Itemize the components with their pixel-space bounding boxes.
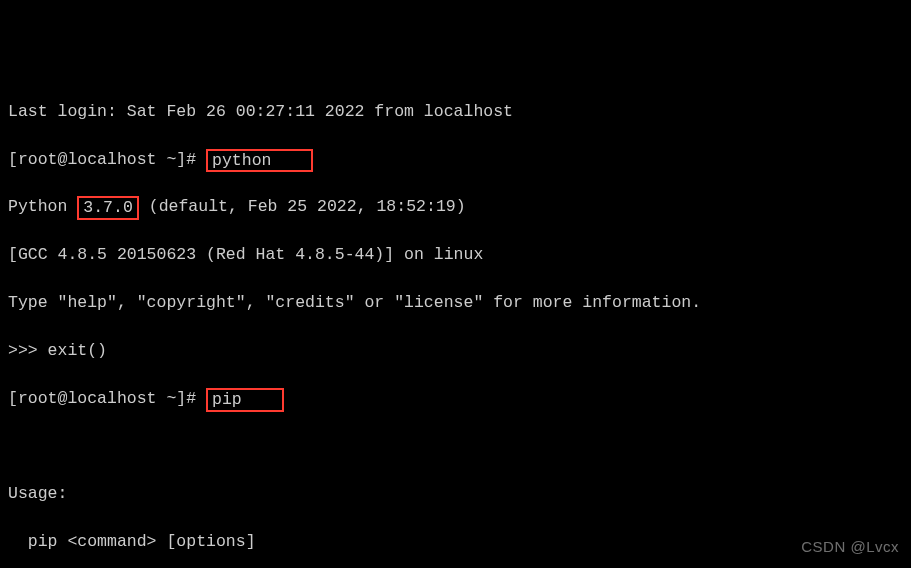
python-help-line: Type "help", "copyright", "credits" or "… [8, 291, 903, 315]
shell-prompt: [root@localhost ~]# [8, 150, 206, 169]
usage-text: pip <command> [options] [8, 530, 903, 554]
python-prompt: >>> [8, 341, 48, 360]
last-login-line: Last login: Sat Feb 26 00:27:11 2022 fro… [8, 100, 903, 124]
usage-label: Usage: [8, 482, 903, 506]
prompt-line-pip[interactable]: [root@localhost ~]# pip [8, 387, 903, 411]
python-exit-call: exit() [48, 341, 107, 360]
shell-prompt: [root@localhost ~]# [8, 389, 206, 408]
highlight-pip-cmd: pip [206, 388, 284, 412]
blank-line [8, 435, 903, 459]
highlight-python-version: 3.7.0 [77, 196, 139, 220]
python-version-line: Python 3.7.0 (default, Feb 25 2022, 18:5… [8, 195, 903, 219]
highlight-python-cmd: python [206, 149, 313, 173]
python-repl-line[interactable]: >>> exit() [8, 339, 903, 363]
watermark-text: CSDN @Lvcx [801, 536, 899, 558]
prompt-line-python[interactable]: [root@localhost ~]# python [8, 148, 903, 172]
gcc-line: [GCC 4.8.5 20150623 (Red Hat 4.8.5-44)] … [8, 243, 903, 267]
